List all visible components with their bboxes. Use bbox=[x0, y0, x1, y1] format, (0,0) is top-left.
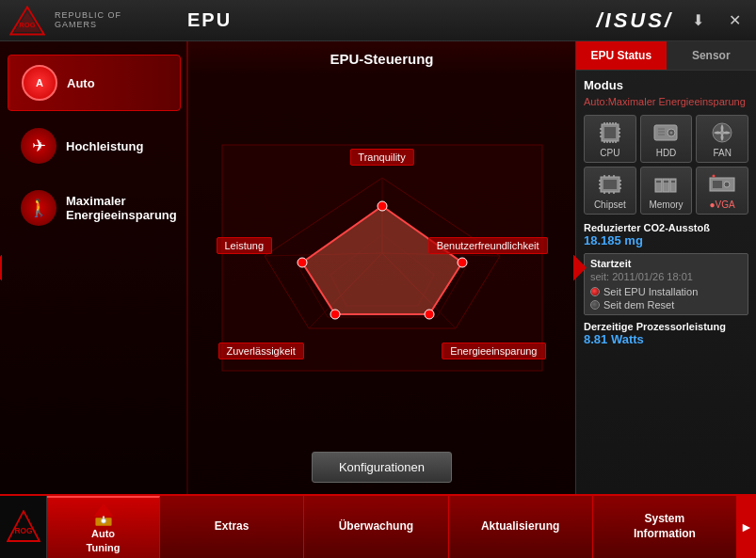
radar-label-benutzer: Benutzerfreundlichkeit bbox=[428, 237, 548, 254]
comp-hdd-button[interactable]: HDD bbox=[640, 115, 693, 163]
extras-label: Extras bbox=[215, 519, 249, 534]
radar-area: Tranquility Leistung Benutzerfreundlichk… bbox=[188, 72, 575, 442]
auto-tuning-button[interactable]: AutoTuning bbox=[47, 496, 160, 558]
maximaler-icon: 🚶 bbox=[21, 190, 56, 226]
startzeit-title: Startzeit bbox=[590, 258, 742, 269]
radar-label-zuver: Zuverlässigkeit bbox=[218, 343, 304, 359]
radar-label-leistung: Leistung bbox=[217, 237, 273, 254]
modus-title: Modus bbox=[584, 78, 748, 92]
prozessor-value: 8.81 Watts bbox=[584, 332, 748, 346]
radar-label-tranquility: Tranquility bbox=[349, 149, 413, 166]
comp-fan-button[interactable]: FAN bbox=[696, 115, 748, 163]
memory-label: Memory bbox=[649, 199, 683, 210]
svg-rect-45 bbox=[603, 180, 617, 189]
konfigurationen-button[interactable]: Konfigurationen bbox=[312, 452, 452, 483]
svg-text:ROG: ROG bbox=[14, 526, 32, 535]
left-arrow-button[interactable] bbox=[0, 255, 2, 281]
svg-point-17 bbox=[298, 258, 307, 267]
startzeit-section: Startzeit seit: 2011/01/26 18:01 Seit EP… bbox=[584, 253, 748, 315]
app-title: EPU bbox=[187, 9, 232, 31]
right-panel: EPU Status Sensor Modus Auto:Maximaler E… bbox=[575, 41, 756, 494]
fan-label: FAN bbox=[713, 148, 731, 158]
svg-point-66 bbox=[724, 182, 730, 187]
rog-logo-icon: ROG bbox=[9, 6, 45, 36]
prozessor-title: Derzeitige Prozessorleistung bbox=[584, 321, 748, 332]
main-layout: A Auto ✈ Hochleistung 🚶 Maximaler Energi… bbox=[0, 41, 756, 494]
component-grid: CPU HDD bbox=[584, 115, 748, 215]
svg-rect-63 bbox=[671, 181, 675, 183]
svg-point-38 bbox=[670, 132, 673, 135]
svg-point-67 bbox=[713, 175, 716, 178]
tabs: EPU Status Sensor bbox=[576, 41, 756, 71]
svg-rect-61 bbox=[656, 181, 661, 183]
svg-point-14 bbox=[458, 258, 467, 267]
system-information-button[interactable]: SystemInformation bbox=[593, 496, 737, 558]
auto-icon: A bbox=[22, 65, 57, 101]
svg-rect-19 bbox=[604, 127, 616, 138]
system-info-label: SystemInformation bbox=[634, 512, 696, 541]
svg-text:ROG: ROG bbox=[19, 20, 35, 28]
mode-maximaler-label: Maximaler Energieeinsparung bbox=[66, 194, 177, 222]
download-button[interactable]: ⬇ bbox=[686, 9, 710, 31]
chipset-label: Chipset bbox=[594, 199, 626, 210]
cpu-label: CPU bbox=[600, 148, 619, 158]
comp-memory-button[interactable]: Memory bbox=[640, 167, 693, 215]
svg-point-16 bbox=[330, 310, 340, 319]
svg-marker-71 bbox=[93, 503, 113, 517]
hochleistung-icon: ✈ bbox=[21, 128, 56, 164]
tab-epu-status[interactable]: EPU Status bbox=[576, 41, 667, 70]
bottom-right-arrow[interactable]: ► bbox=[737, 496, 756, 558]
radio-dot-reset bbox=[590, 300, 600, 310]
rog-bottom-logo: ROG bbox=[0, 496, 47, 558]
fan-icon bbox=[707, 120, 737, 146]
ueberwachung-label: Überwachung bbox=[339, 519, 413, 534]
right-panel-content: Modus Auto:Maximaler Energieeinsparung bbox=[576, 71, 756, 494]
startzeit-options: Seit EPU Installation Seit dem Reset bbox=[590, 286, 742, 311]
auto-tuning-label: AutoTuning bbox=[87, 527, 121, 554]
auto-tuning-icon bbox=[88, 502, 119, 527]
chipset-icon bbox=[595, 171, 625, 198]
hdd-label: HDD bbox=[656, 148, 677, 158]
aktualisierung-label: Aktualisierung bbox=[481, 519, 559, 534]
center-panel-title: EPU-Steuerung bbox=[188, 41, 575, 72]
hdd-icon bbox=[651, 120, 681, 146]
modus-value: Auto:Maximaler Energieeinsparung bbox=[584, 96, 748, 107]
prozessor-section: Derzeitige Prozessorleistung 8.81 Watts bbox=[584, 321, 748, 346]
co2-value: 18.185 mg bbox=[584, 233, 748, 247]
title-right: /ISUS/ ⬇ ✕ bbox=[596, 8, 747, 33]
title-left: ROG REPUBLIC OF GAMERS EPU bbox=[9, 6, 232, 36]
ueberwachung-button[interactable]: Überwachung bbox=[304, 496, 448, 558]
rog-bottom-icon: ROG bbox=[7, 510, 40, 544]
co2-title: Reduzierter CO2-Ausstoß bbox=[584, 222, 748, 233]
extras-button[interactable]: Extras bbox=[160, 496, 304, 558]
comp-cpu-button[interactable]: CPU bbox=[584, 115, 636, 163]
left-panel: A Auto ✈ Hochleistung 🚶 Maximaler Energi… bbox=[0, 41, 188, 494]
radar-label-energie: Energieeinsparung bbox=[442, 343, 545, 359]
title-bar: ROG REPUBLIC OF GAMERS EPU /ISUS/ ⬇ ✕ bbox=[0, 0, 756, 41]
radar-container: Tranquility Leistung Benutzerfreundlichk… bbox=[213, 136, 552, 380]
comp-chipset-button[interactable]: Chipset bbox=[584, 167, 636, 215]
mode-hochleistung-button[interactable]: ✈ Hochleistung bbox=[8, 119, 181, 173]
svg-rect-65 bbox=[713, 181, 722, 188]
svg-point-15 bbox=[425, 310, 434, 319]
cpu-icon bbox=[595, 120, 625, 146]
vga-icon bbox=[707, 171, 737, 198]
svg-point-13 bbox=[378, 201, 387, 211]
svg-point-73 bbox=[101, 518, 105, 523]
rog-gamers: GAMERS bbox=[55, 21, 121, 30]
radio-seit-epu[interactable]: Seit EPU Installation bbox=[590, 286, 742, 297]
aktualisierung-button[interactable]: Aktualisierung bbox=[449, 496, 593, 558]
tab-sensor[interactable]: Sensor bbox=[667, 41, 757, 70]
co2-section: Reduzierter CO2-Ausstoß 18.185 mg bbox=[584, 222, 748, 247]
asus-logo: /ISUS/ bbox=[596, 8, 673, 33]
center-panel: EPU-Steuerung bbox=[188, 41, 575, 494]
close-button[interactable]: ✕ bbox=[723, 9, 747, 31]
radio-dot-epu bbox=[590, 287, 600, 296]
mode-auto-button[interactable]: A Auto bbox=[8, 55, 181, 111]
svg-rect-62 bbox=[664, 181, 668, 183]
comp-vga-button[interactable]: ●VGA bbox=[696, 167, 748, 215]
memory-icon bbox=[651, 171, 681, 198]
bottom-bar: ROG AutoTuning Extras Überwachung Aktual… bbox=[0, 494, 756, 558]
mode-maximaler-button[interactable]: 🚶 Maximaler Energieeinsparung bbox=[8, 181, 181, 235]
radio-seit-reset[interactable]: Seit dem Reset bbox=[590, 299, 742, 311]
